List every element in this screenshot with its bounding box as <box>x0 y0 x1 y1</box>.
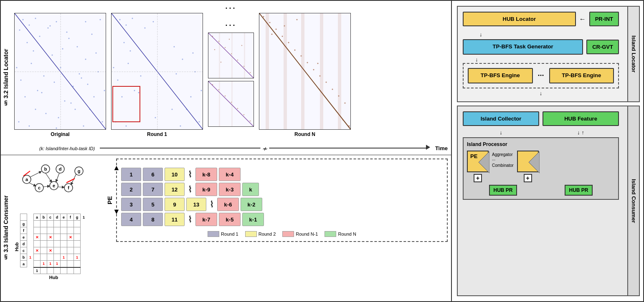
svg-point-61 <box>180 126 181 127</box>
cr-gvt-label: CR-GVT <box>592 44 613 50</box>
svg-line-151 <box>43 186 50 187</box>
svg-point-104 <box>243 114 244 115</box>
svg-point-118 <box>288 42 289 43</box>
svg-point-70 <box>140 76 142 77</box>
svg-point-54 <box>145 28 146 29</box>
svg-rect-97 <box>244 33 245 78</box>
svg-rect-80 <box>113 86 140 122</box>
round1-matrix <box>111 13 203 130</box>
round1-label: Round 1 <box>147 131 167 137</box>
il-down-arrow-2: ↓ <box>475 56 619 63</box>
svg-point-40 <box>16 67 18 68</box>
legend-round1: Round 1 <box>208 231 238 237</box>
svg-point-123 <box>319 76 321 77</box>
svg-point-91 <box>214 49 215 50</box>
svg-point-37 <box>50 25 51 27</box>
up-arrow: ▲ <box>113 164 120 172</box>
cell-4-5: k-5 <box>219 213 241 226</box>
svg-line-150 <box>46 173 52 182</box>
svg-point-46 <box>56 128 57 129</box>
hub-pr-2-label: HUB PR <box>569 187 588 193</box>
island-collector-label: Island Collector <box>481 116 522 122</box>
svg-point-68 <box>124 42 125 43</box>
svg-point-19 <box>94 96 95 98</box>
svg-point-30 <box>91 34 93 35</box>
svg-rect-113 <box>338 13 341 130</box>
il-down-arrow-container: ↓ <box>463 56 619 63</box>
svg-point-8 <box>27 42 28 43</box>
island-processor-label: Island Processor <box>467 141 615 147</box>
cell-2-4: k-9 <box>195 183 217 196</box>
svg-point-31 <box>18 121 20 123</box>
island-consumer-label: § 3.3 Island Consumer <box>1 155 11 301</box>
svg-point-127 <box>345 103 346 104</box>
small-matrix-2-svg <box>208 81 254 127</box>
ic-up-arr: ↑ <box>582 129 585 136</box>
schedule-row-1: 1 6 10 ⌇ k-8 k-4 <box>121 168 443 181</box>
svg-point-78 <box>113 67 114 68</box>
cell-1-4: k-8 <box>195 168 217 181</box>
svg-line-108 <box>259 13 351 130</box>
svg-marker-158 <box>529 151 540 173</box>
island-processor-box: Island Processor PE <box>463 137 619 200</box>
matrices-row: Original <box>14 13 448 143</box>
schedule-dashed-box: PE ▲ ▼ 1 6 10 ⌇ <box>116 159 448 242</box>
svg-point-16 <box>81 78 82 79</box>
hub-matrix-container: Hub a b c d <box>14 214 99 280</box>
il-to-ic-arrow: ↓ <box>463 90 619 96</box>
svg-marker-157 <box>479 151 489 173</box>
hub-pr-row: HUB PR HUB PR <box>467 185 615 196</box>
svg-point-93 <box>241 45 242 46</box>
ic-arrows-2: ↓ ↑ <box>543 129 619 136</box>
svg-point-66 <box>153 21 154 23</box>
round1-matrix-container: Round 1 <box>111 13 203 137</box>
roundN-matrix-container: Round N <box>259 13 351 137</box>
svg-line-83 <box>208 33 254 78</box>
svg-text:a: a <box>25 177 28 182</box>
svg-point-13 <box>85 59 86 60</box>
svg-point-47 <box>35 109 36 110</box>
il-mid-row: TP-BFS Task Generator CR-GVT <box>463 39 619 55</box>
down-arrow-icon: ▼ <box>113 207 120 216</box>
svg-point-25 <box>25 96 26 98</box>
right-il-label: Island Locator <box>627 7 639 101</box>
svg-point-94 <box>221 62 221 63</box>
svg-point-6 <box>39 36 41 37</box>
right-ic-label: Island Consumer <box>627 106 639 295</box>
pe-elements-row: PE + Aggregator ··· <box>467 151 615 182</box>
svg-point-52 <box>119 19 121 20</box>
svg-point-131 <box>284 25 285 27</box>
svg-point-18 <box>73 86 74 87</box>
time-arrowhead <box>426 145 430 150</box>
svg-point-4 <box>19 30 20 31</box>
svg-point-28 <box>31 63 32 64</box>
right-island-locator: Island Locator HUB Locator ← PR-INT ↓ TP… <box>457 6 640 102</box>
svg-rect-106 <box>219 81 220 127</box>
svg-point-117 <box>282 36 283 37</box>
pe1-box: PE <box>467 151 489 172</box>
cell-3-5: k-6 <box>217 198 239 211</box>
original-label: Original <box>51 131 69 137</box>
svg-point-115 <box>269 22 271 23</box>
pe-vertical-label: PE <box>106 196 113 204</box>
tp-bfs-engine2-label: TP-BFS Engine <box>562 72 601 78</box>
left-panel: § 3.2 Island Locator ··· <box>1 1 452 301</box>
svg-point-88 <box>237 60 238 60</box>
hub-matrix-footer-row: 1 <box>20 267 87 274</box>
plus2-box: + <box>524 174 532 182</box>
svg-point-120 <box>301 55 302 57</box>
wavy-sep-1: ⌇ <box>188 169 192 179</box>
svg-rect-95 <box>219 33 220 78</box>
svg-text:f: f <box>68 185 69 190</box>
cell-1-1: 1 <box>121 168 141 181</box>
cell-4-4: k-7 <box>195 213 217 226</box>
legend-box-round1 <box>208 231 219 237</box>
hub-matrix-inner: a b c d e f g 1 <box>20 214 87 280</box>
svg-point-29 <box>62 48 63 50</box>
tp-bfs-engine1-box: TP-BFS Engine <box>468 68 533 83</box>
hub-row-label: Hub <box>20 275 87 280</box>
hub-matrix-row-g: g <box>20 221 87 227</box>
svg-point-39 <box>104 90 105 91</box>
svg-point-10 <box>52 55 53 56</box>
right-panel: Island Locator HUB Locator ← PR-INT ↓ TP… <box>452 1 644 301</box>
